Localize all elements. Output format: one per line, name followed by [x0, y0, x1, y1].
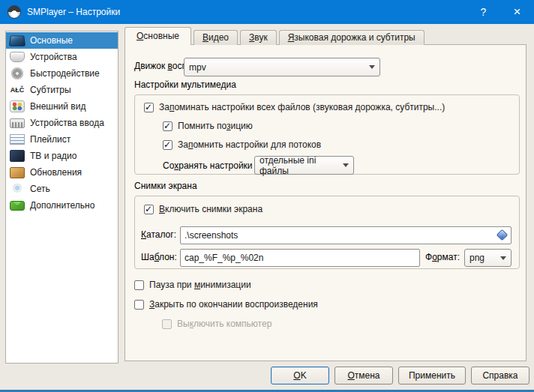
playlist-icon	[10, 134, 25, 145]
remember-position-checkbox[interactable]	[163, 121, 172, 131]
palette-icon	[10, 100, 25, 112]
smplayer-app-icon	[8, 5, 21, 19]
sidebar-item-label: Обновления	[30, 167, 82, 178]
remember-all-files-checkbox-row: Запоминать настройки всех файлов (звуков…	[144, 102, 445, 112]
update-box-icon	[10, 167, 25, 178]
tab-language-subtitles[interactable]: Языковая дорожка и субтитры	[279, 30, 424, 45]
sidebar-item-label: Основные	[30, 35, 73, 46]
format-label: Формат:	[425, 252, 460, 262]
pause-minimized-label: Пауза при минимизации	[149, 280, 251, 290]
dialog-button-bar: OK Отмена Применить Справка	[271, 367, 530, 385]
sidebar-item-updates[interactable]: Обновления	[6, 164, 118, 181]
sidebar-item-network[interactable]: Сеть	[6, 181, 118, 197]
general-tab-pane: Движок воспроизведения: mpv Настройки му…	[124, 44, 526, 361]
sidebar-item-label: ТВ и радио	[30, 151, 76, 161]
screenshots-group: Включить снимки экрана Каталог: Шаблон: …	[134, 196, 520, 269]
sidebar-item-label: Устройства	[30, 52, 77, 62]
close-on-finish-label: Закрыть по окончании воспроизведения	[149, 299, 318, 310]
multimedia-group-title: Настройки мультимедиа	[134, 79, 236, 90]
subtitles-letters-icon: AŁČ	[10, 84, 25, 96]
screenshots-group-title: Снимки экрана	[134, 181, 197, 191]
enable-screenshots-label: Включить снимки экрана	[159, 204, 262, 214]
multimedia-group: Запоминать настройки всех файлов (звуков…	[134, 94, 520, 175]
remember-all-files-label: Запоминать настройки всех файлов (звуков…	[159, 102, 445, 112]
monitor-icon	[9, 36, 26, 46]
shutdown-checkbox-row: Выключить компьютер	[162, 319, 272, 329]
remember-position-label: Помнить позицию	[178, 121, 253, 131]
gear-icon	[10, 67, 25, 79]
chevron-down-icon	[369, 65, 375, 69]
tab-bar: Основные Видео Звук Языковая дорожка и с…	[124, 27, 427, 45]
settings-dialog: SMPlayer – Настройки ? × Основные Устрой…	[0, 0, 534, 392]
keyboard-icon	[10, 118, 25, 128]
sidebar-item-label: Дополнительно	[30, 200, 94, 211]
tv-icon	[10, 150, 25, 162]
sidebar-item-label: Плейлист	[30, 134, 70, 145]
store-settings-value: отдельные ini файлы	[260, 155, 338, 176]
sidebar-item-label: Сеть	[30, 184, 50, 194]
sidebar-item-label: Внешний вид	[30, 101, 86, 112]
sidebar-item-playlist[interactable]: Плейлист	[6, 131, 118, 148]
tab-video[interactable]: Видео	[194, 30, 238, 45]
folder-field-wrap	[180, 226, 512, 244]
sidebar-item-appearance[interactable]: Внешний вид	[6, 98, 118, 115]
cancel-button[interactable]: Отмена	[334, 367, 393, 385]
pause-minimized-checkbox-row: Пауза при минимизации	[134, 280, 251, 290]
settings-sidebar: Основные Устройства Быстродействие AŁČ С…	[5, 31, 118, 364]
shutdown-label: Выключить компьютер	[177, 319, 272, 329]
sidebar-item-label: Устройства ввода	[30, 118, 104, 128]
format-value: png	[470, 253, 496, 263]
title-bar: SMPlayer – Настройки ? ×	[0, 0, 534, 24]
sidebar-item-subtitles[interactable]: AŁČ Субтитры	[6, 82, 118, 98]
tab-audio[interactable]: Звук	[240, 30, 277, 45]
close-on-finish-checkbox[interactable]	[134, 300, 144, 310]
enable-screenshots-checkbox[interactable]	[144, 205, 154, 214]
store-settings-label: Сохранять настройки в	[163, 160, 260, 171]
store-settings-combobox[interactable]: отдельные ini файлы	[254, 156, 354, 175]
sidebar-item-general[interactable]: Основные	[6, 32, 118, 49]
ok-button[interactable]: OK	[271, 367, 329, 385]
sidebar-item-advanced[interactable]: Дополнительно	[6, 197, 118, 214]
remember-streams-label: Запомнить настройки для потоков	[178, 139, 321, 150]
tab-general[interactable]: Основные	[124, 27, 191, 45]
remember-streams-checkbox[interactable]	[163, 140, 172, 150]
shutdown-checkbox	[162, 319, 172, 329]
close-on-finish-checkbox-row: Закрыть по окончании воспроизведения	[134, 299, 318, 310]
folder-input[interactable]	[180, 226, 512, 244]
sidebar-item-input-devices[interactable]: Устройства ввода	[6, 115, 118, 131]
template-input[interactable]	[180, 249, 420, 267]
sidebar-item-tv-radio[interactable]: ТВ и радио	[6, 148, 118, 164]
engine-value: mpv	[189, 62, 364, 73]
remember-position-checkbox-row: Помнить позицию	[163, 121, 253, 131]
pause-minimized-checkbox[interactable]	[134, 280, 144, 290]
sidebar-item-performance[interactable]: Быстродействие	[6, 65, 118, 82]
help-button[interactable]: Справка	[471, 367, 530, 385]
chevron-down-icon	[500, 256, 506, 260]
remember-streams-checkbox-row: Запомнить настройки для потоков	[163, 139, 321, 150]
format-combobox[interactable]: png	[464, 249, 512, 267]
antenna-icon	[10, 183, 25, 195]
sidebar-item-devices[interactable]: Устройства	[6, 49, 118, 65]
enable-screenshots-checkbox-row: Включить снимки экрана	[144, 204, 262, 214]
sidebar-item-label: Субтитры	[30, 85, 71, 95]
window-title: SMPlayer – Настройки	[27, 7, 120, 17]
puzzle-icon	[10, 201, 25, 211]
sidebar-item-label: Быстродействие	[30, 68, 100, 79]
remember-all-files-checkbox[interactable]	[144, 103, 154, 112]
chevron-down-icon	[343, 163, 349, 167]
template-label: Шаблон:	[141, 252, 177, 262]
close-icon[interactable]: ×	[500, 0, 534, 24]
engine-combobox[interactable]: mpv	[184, 58, 380, 76]
drive-icon	[10, 52, 25, 62]
folder-label: Каталог:	[141, 229, 176, 240]
help-titlebar-button[interactable]: ?	[466, 0, 500, 24]
apply-button[interactable]: Применить	[398, 367, 466, 385]
